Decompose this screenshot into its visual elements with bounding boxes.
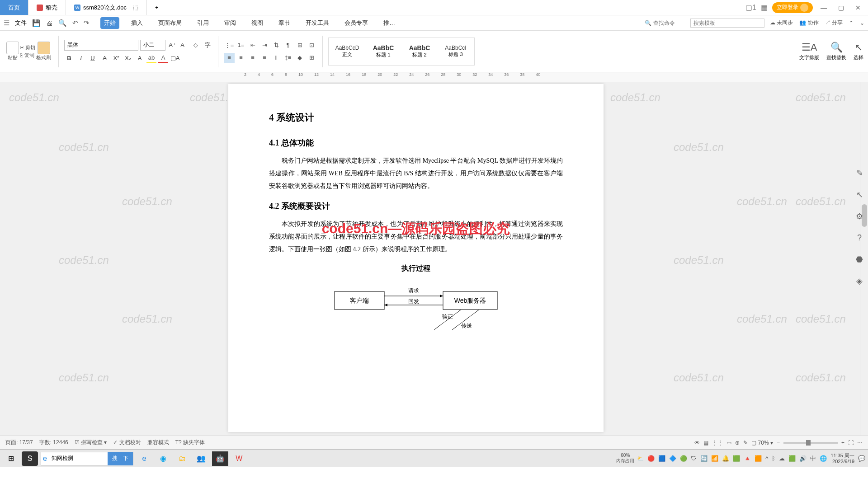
network-icon[interactable]: 🌐 bbox=[820, 455, 827, 462]
pencil-icon[interactable]: ✎ bbox=[856, 168, 863, 178]
shading-icon[interactable]: ◆ bbox=[294, 53, 305, 63]
save-icon[interactable]: 💾 bbox=[32, 19, 41, 27]
doc-check-button[interactable]: ✓ 文档校对 bbox=[113, 439, 141, 446]
zoom-in-button[interactable]: + bbox=[841, 440, 844, 446]
wifi-icon[interactable]: 📶 bbox=[711, 455, 718, 462]
edge-app-icon[interactable]: ◉ bbox=[155, 451, 171, 466]
style-heading3[interactable]: AaBbCcI 标题 3 bbox=[438, 39, 473, 64]
font-family-select[interactable] bbox=[64, 40, 138, 51]
increase-indent-icon[interactable]: ⇥ bbox=[259, 40, 270, 50]
command-search[interactable]: 🔍 bbox=[645, 20, 685, 26]
tool-icon[interactable]: ⬣ bbox=[856, 254, 863, 264]
underline-button[interactable]: U bbox=[88, 53, 98, 63]
style-heading1[interactable]: AaBbC 标题 1 bbox=[366, 39, 401, 64]
bullet-list-icon[interactable]: ⋮≡ bbox=[224, 40, 235, 50]
style-body[interactable]: AaBbCcD 正文 bbox=[330, 39, 365, 64]
nvidia-icon[interactable]: 🟩 bbox=[733, 455, 740, 462]
decrease-font-icon[interactable]: A⁻ bbox=[179, 40, 189, 50]
highlight-button[interactable]: ab bbox=[146, 53, 156, 63]
preview-icon[interactable]: 🔍 bbox=[58, 19, 67, 27]
login-button[interactable]: 立即登录 bbox=[772, 2, 813, 13]
strikethrough-button[interactable]: A̵ bbox=[99, 53, 109, 63]
more-icon[interactable]: ⋯ bbox=[857, 440, 863, 446]
web-view-icon[interactable]: ▭ bbox=[726, 440, 731, 446]
tab-dev-tools[interactable]: 开发工具 bbox=[302, 17, 333, 29]
redo-icon[interactable]: ↷ bbox=[84, 19, 90, 27]
tray-icon[interactable]: 🔷 bbox=[669, 455, 676, 462]
sound-icon[interactable]: 🔊 bbox=[799, 455, 807, 462]
tab-member[interactable]: 会员专享 bbox=[341, 17, 372, 29]
tab-daoke[interactable]: 稻壳 bbox=[28, 0, 66, 15]
chevron-up-icon[interactable]: ⌃ bbox=[849, 20, 854, 26]
tray-icon[interactable]: 🟢 bbox=[680, 455, 687, 462]
read-view-icon[interactable]: ▤ bbox=[703, 440, 708, 446]
zoom-thumb[interactable] bbox=[806, 440, 811, 446]
select-button[interactable]: ↖ 选择 bbox=[854, 42, 863, 61]
unsync-button[interactable]: ☁ 未同步 bbox=[770, 19, 793, 27]
menu-icon[interactable]: ☰ bbox=[4, 19, 9, 27]
increase-font-icon[interactable]: A⁺ bbox=[167, 40, 177, 50]
align-center-icon[interactable]: ≡ bbox=[236, 53, 246, 63]
word-count[interactable]: 字数: 12446 bbox=[39, 439, 68, 446]
eye-icon[interactable]: 👁 bbox=[694, 440, 700, 446]
refresh-icon[interactable]: 🔄 bbox=[700, 455, 708, 462]
weather-icon[interactable]: ⛅ bbox=[637, 455, 644, 462]
find-replace-button[interactable]: 🔍 查找替换 bbox=[826, 42, 846, 61]
app-icon-2[interactable]: 🤖 bbox=[212, 451, 228, 466]
phonetic-icon[interactable]: 字 bbox=[203, 40, 212, 50]
coop-button[interactable]: 👥 协作 bbox=[799, 19, 818, 27]
taskbar-search-input[interactable] bbox=[49, 453, 108, 465]
shield-icon[interactable]: 🛡 bbox=[691, 455, 697, 462]
tab-insert[interactable]: 插入 bbox=[127, 17, 146, 29]
table-border-icon[interactable]: ⊞ bbox=[306, 53, 317, 63]
wechat-icon[interactable]: 🟩 bbox=[788, 455, 796, 462]
start-button[interactable]: ⊞ bbox=[3, 451, 19, 466]
spell-check-button[interactable]: ☑ 拼写检查 ▾ bbox=[75, 439, 107, 446]
font-size-select[interactable] bbox=[140, 40, 165, 51]
notifications-icon[interactable]: 💬 bbox=[858, 455, 865, 462]
copy-button[interactable]: ⎘ 复制 bbox=[20, 52, 35, 59]
pointer-icon[interactable]: ↖ bbox=[856, 190, 863, 200]
ie-app-icon[interactable]: e bbox=[136, 451, 152, 466]
show-marks-icon[interactable]: ⊡ bbox=[306, 40, 317, 50]
page-indicator[interactable]: 页面: 17/37 bbox=[5, 439, 33, 446]
tab-document[interactable]: W ssm820论文.doc ⬚ bbox=[66, 0, 147, 15]
bluetooth-icon[interactable]: ᛒ bbox=[772, 455, 775, 462]
ime-icon[interactable]: 中 bbox=[810, 455, 816, 463]
tray-icon[interactable]: 🔺 bbox=[744, 455, 751, 462]
minimize-button[interactable]: — bbox=[817, 4, 830, 11]
subscript-button[interactable]: X₂ bbox=[123, 53, 133, 63]
document-page[interactable]: 4 系统设计 4.1 总体功能 税务门户网站是根据需求定制开发，开发软件选用 M… bbox=[228, 84, 604, 432]
tray-icon[interactable]: 🟧 bbox=[755, 455, 762, 462]
fullscreen-icon[interactable]: ⛶ bbox=[848, 440, 854, 446]
settings-icon[interactable]: ⚙ bbox=[856, 211, 863, 221]
align-justify-icon[interactable]: ≡ bbox=[259, 53, 270, 63]
tab-new-button[interactable]: + bbox=[147, 0, 167, 15]
superscript-button[interactable]: X² bbox=[111, 53, 121, 63]
print-view-icon[interactable]: ⊕ bbox=[735, 440, 740, 446]
horizontal-ruler[interactable]: 246 81012 141618 202224 262830 323436 38… bbox=[0, 72, 868, 82]
share-button[interactable]: ↗ 分享 bbox=[825, 19, 843, 27]
tab-reference[interactable]: 引用 bbox=[193, 17, 212, 29]
font-color-button[interactable]: A bbox=[158, 53, 168, 63]
clear-format-icon[interactable]: ◇ bbox=[191, 40, 201, 50]
zoom-out-button[interactable]: − bbox=[777, 440, 780, 446]
app-s-icon[interactable]: S bbox=[22, 451, 38, 466]
tab-close-icon[interactable]: ⬚ bbox=[133, 4, 138, 11]
template-search-input[interactable] bbox=[690, 19, 764, 28]
close-button[interactable]: ✕ bbox=[852, 4, 864, 11]
borders-icon[interactable]: ⊞ bbox=[294, 40, 305, 50]
tab-more[interactable]: 推… bbox=[380, 17, 399, 29]
wps-app-icon[interactable]: W bbox=[231, 451, 247, 466]
text-layout-button[interactable]: ☰A 文字排版 bbox=[799, 42, 819, 61]
number-list-icon[interactable]: 1≡ bbox=[236, 40, 246, 50]
print-icon[interactable]: 🖨 bbox=[46, 19, 53, 27]
cut-button[interactable]: ✂ 剪切 bbox=[20, 44, 35, 51]
distribute-icon[interactable]: ⫴ bbox=[271, 53, 282, 63]
grid-icon[interactable]: ▦ bbox=[761, 3, 768, 12]
tab-stop-icon[interactable]: ¶ bbox=[283, 40, 293, 50]
memory-widget[interactable]: 60% 内存占用 bbox=[616, 453, 634, 464]
command-search-input[interactable] bbox=[653, 20, 685, 26]
taskbar-search[interactable]: e 搜一下 bbox=[41, 452, 133, 465]
taskbar-clock[interactable]: 11:35 周一 2022/9/19 bbox=[830, 453, 854, 464]
